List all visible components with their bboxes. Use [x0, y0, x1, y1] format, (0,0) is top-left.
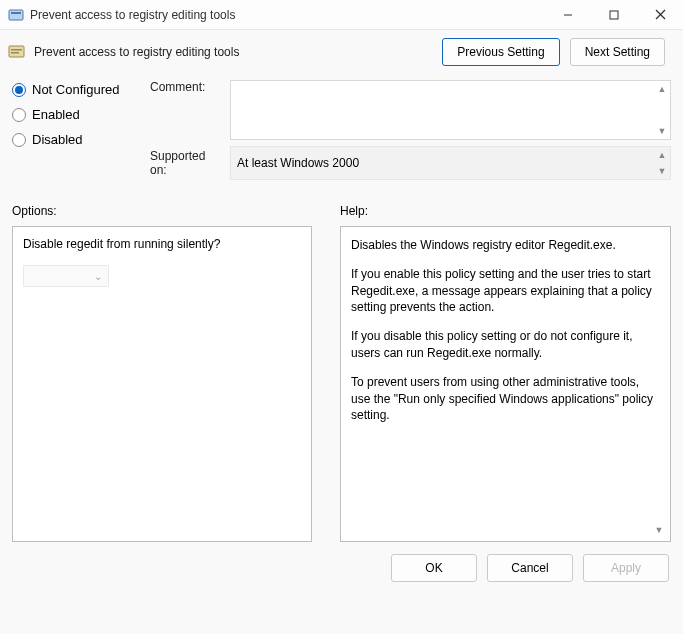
comment-textarea[interactable]: ▲ ▼: [230, 80, 671, 140]
radio-label: Disabled: [32, 132, 83, 147]
apply-button[interactable]: Apply: [583, 554, 669, 582]
minimize-button[interactable]: [545, 0, 591, 29]
options-dropdown[interactable]: ⌄: [23, 265, 109, 287]
options-question: Disable regedit from running silently?: [23, 237, 301, 251]
header: Prevent access to registry editing tools…: [0, 30, 683, 70]
next-setting-button[interactable]: Next Setting: [570, 38, 665, 66]
supported-on-value: At least Windows 2000 ▲ ▼: [230, 146, 671, 180]
help-paragraph: Disables the Windows registry editor Reg…: [351, 237, 660, 254]
svg-rect-1: [11, 12, 21, 14]
scroll-up-icon[interactable]: ▲: [655, 82, 669, 96]
titlebar: Prevent access to registry editing tools: [0, 0, 683, 30]
help-paragraph: If you enable this policy setting and th…: [351, 266, 660, 316]
radio-label: Enabled: [32, 107, 80, 122]
radio-icon: [12, 83, 26, 97]
supported-on-label: Supported on:: [150, 149, 222, 177]
radio-disabled[interactable]: Disabled: [12, 132, 142, 147]
policy-header-icon: [8, 43, 26, 61]
svg-rect-7: [11, 49, 22, 51]
supported-on-text: At least Windows 2000: [237, 156, 359, 170]
policy-icon: [8, 7, 24, 23]
radio-not-configured[interactable]: Not Configured: [12, 82, 142, 97]
svg-rect-6: [9, 46, 24, 57]
radio-icon: [12, 133, 26, 147]
scroll-down-icon[interactable]: ▼: [655, 124, 669, 138]
window-title: Prevent access to registry editing tools: [30, 8, 545, 22]
scroll-down-icon[interactable]: ▼: [652, 523, 666, 537]
header-title: Prevent access to registry editing tools: [34, 45, 434, 59]
scroll-down-icon[interactable]: ▼: [655, 164, 669, 178]
close-button[interactable]: [637, 0, 683, 29]
radio-enabled[interactable]: Enabled: [12, 107, 142, 122]
radio-icon: [12, 108, 26, 122]
window-controls: [545, 0, 683, 29]
options-panel: Disable regedit from running silently? ⌄: [12, 226, 312, 542]
help-paragraph: To prevent users from using other admini…: [351, 374, 660, 424]
maximize-button[interactable]: [591, 0, 637, 29]
help-label: Help:: [340, 204, 671, 218]
footer: OK Cancel Apply: [0, 542, 683, 594]
svg-rect-3: [610, 11, 618, 19]
cancel-button[interactable]: Cancel: [487, 554, 573, 582]
scroll-up-icon[interactable]: ▲: [655, 148, 669, 162]
help-paragraph: If you disable this policy setting or do…: [351, 328, 660, 362]
svg-rect-0: [9, 10, 23, 20]
previous-setting-button[interactable]: Previous Setting: [442, 38, 559, 66]
help-panel: Disables the Windows registry editor Reg…: [340, 226, 671, 542]
comment-label: Comment:: [150, 80, 222, 94]
options-label: Options:: [12, 204, 312, 218]
chevron-down-icon: ⌄: [94, 271, 102, 282]
ok-button[interactable]: OK: [391, 554, 477, 582]
radio-label: Not Configured: [32, 82, 119, 97]
svg-rect-8: [11, 52, 19, 54]
